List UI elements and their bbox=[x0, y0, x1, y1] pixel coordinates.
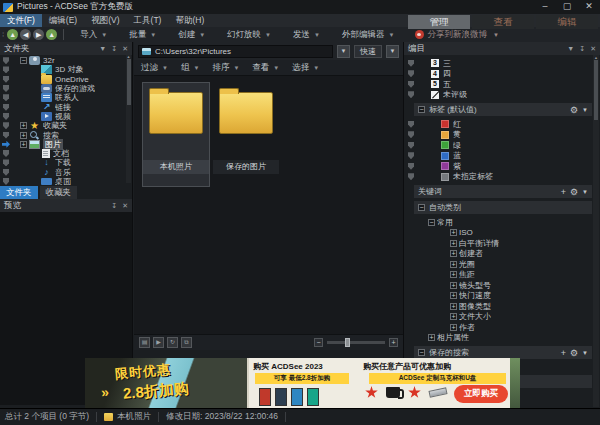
nav-back-icon[interactable]: ◀ bbox=[20, 29, 31, 40]
auto-categories-section-header[interactable]: − 自动类别 bbox=[414, 201, 592, 214]
rating-item-5[interactable]: 5五 bbox=[404, 79, 600, 90]
label-item-none[interactable]: 未指定标签 bbox=[404, 172, 600, 183]
maximize-button[interactable]: ▢ bbox=[556, 0, 578, 14]
expand-icon[interactable]: + bbox=[450, 240, 457, 247]
select-shield-icon[interactable] bbox=[408, 152, 414, 159]
stack-icon[interactable]: ⧉ bbox=[181, 337, 192, 348]
quick-search-dropdown-icon[interactable]: ▼ bbox=[386, 45, 399, 58]
view-mode-details-icon[interactable]: ▶ bbox=[153, 337, 164, 348]
tab-folders[interactable]: 文件夹 bbox=[0, 186, 38, 199]
filter-button[interactable]: 过滤▼ bbox=[141, 62, 168, 74]
pin-icon[interactable]: ↧ bbox=[579, 45, 585, 53]
buy-now-button[interactable]: 立即购买 bbox=[454, 385, 508, 403]
sort-button[interactable]: 排序▼ bbox=[212, 62, 239, 74]
view-button[interactable]: 查看▼ bbox=[252, 62, 279, 74]
label-item-blue[interactable]: 蓝 bbox=[404, 151, 600, 162]
select-shield-icon[interactable] bbox=[3, 122, 9, 129]
select-shield-icon[interactable] bbox=[3, 169, 9, 176]
group-button[interactable]: 组▼ bbox=[181, 62, 199, 74]
auto-category-aperture[interactable]: +光圈 bbox=[404, 259, 600, 270]
auto-category-image-type[interactable]: +图像类型 bbox=[404, 301, 600, 312]
slideshow-button[interactable]: 幻灯放映▼ bbox=[227, 29, 271, 41]
folder-tile-saved-pictures[interactable]: 保存的图片 bbox=[213, 83, 279, 186]
auto-category-focal-length[interactable]: +焦距 bbox=[404, 270, 600, 281]
expand-icon[interactable]: + bbox=[450, 313, 457, 320]
add-icon[interactable]: + bbox=[561, 187, 566, 197]
label-item-green[interactable]: 绿 bbox=[404, 140, 600, 151]
select-shield-icon[interactable] bbox=[408, 60, 414, 67]
tab-view[interactable]: 查看 bbox=[472, 15, 534, 29]
select-shield-icon[interactable] bbox=[408, 70, 414, 77]
rating-item-unrated[interactable]: 未评级 bbox=[404, 90, 600, 101]
select-shield-icon[interactable] bbox=[408, 142, 414, 149]
expand-icon[interactable]: + bbox=[428, 334, 435, 341]
expand-icon[interactable]: + bbox=[20, 122, 27, 129]
tree-item-3d-objects[interactable]: 3D 对象 bbox=[0, 65, 132, 74]
select-shield-icon[interactable] bbox=[408, 163, 414, 170]
import-button[interactable]: 导入▼ bbox=[80, 29, 107, 41]
rating-item-4[interactable]: 4四 bbox=[404, 69, 600, 80]
collapse-icon[interactable]: − bbox=[418, 204, 425, 211]
panel-menu-icon[interactable]: ▼ bbox=[567, 45, 574, 53]
path-input[interactable]: C:\Users\32r\Pictures bbox=[138, 45, 333, 58]
collapse-icon[interactable]: − bbox=[20, 57, 27, 64]
collapse-icon[interactable]: − bbox=[428, 219, 435, 226]
auto-category-file-size[interactable]: +文件大小 bbox=[404, 312, 600, 323]
select-shield-icon[interactable] bbox=[408, 131, 414, 138]
zoom-slider[interactable] bbox=[327, 341, 385, 344]
batch-button[interactable]: 批量▼ bbox=[129, 29, 156, 41]
external-editor-button[interactable]: 外部编辑器▼ bbox=[342, 29, 394, 41]
select-shield-icon[interactable] bbox=[3, 159, 9, 166]
collapse-icon[interactable]: − bbox=[418, 349, 425, 356]
select-shield-icon[interactable] bbox=[3, 178, 9, 185]
keywords-section-header[interactable]: 关键词 +⚙▼ bbox=[414, 185, 592, 198]
share-weibo-button[interactable]: 分享到新浪微博 ▼ bbox=[415, 29, 498, 41]
close-panel-icon[interactable]: ✕ bbox=[122, 202, 128, 210]
folder-tile-local-photos[interactable]: 本机照片 bbox=[143, 83, 209, 186]
zoom-slider-thumb[interactable] bbox=[345, 338, 350, 347]
select-shield-icon[interactable] bbox=[3, 85, 9, 92]
ad-banner[interactable]: » 限时优惠 2.8折加购 购买 ACDSee 2023 可享 最低2.8折加购… bbox=[85, 358, 520, 408]
catalog-scrollbar[interactable]: ▲ bbox=[593, 55, 599, 407]
select-shield-icon[interactable] bbox=[3, 132, 9, 139]
path-dropdown-icon[interactable]: ▼ bbox=[337, 45, 350, 58]
select-shield-icon[interactable] bbox=[3, 57, 9, 64]
menu-view[interactable]: 视图(V) bbox=[84, 14, 126, 27]
refresh-icon[interactable]: ↻ bbox=[167, 337, 178, 348]
auto-category-white-balance[interactable]: +白平衡详情 bbox=[404, 238, 600, 249]
menu-file[interactable]: 文件(F) bbox=[0, 14, 42, 27]
expand-icon[interactable]: + bbox=[450, 282, 457, 289]
auto-category-lens-model[interactable]: +镜头型号 bbox=[404, 280, 600, 291]
tab-edit[interactable]: 编辑 bbox=[536, 15, 598, 29]
tree-item-desktop[interactable]: 桌面 bbox=[0, 177, 132, 185]
close-panel-icon[interactable]: ✕ bbox=[122, 45, 128, 53]
expand-icon[interactable]: + bbox=[450, 261, 457, 268]
create-button[interactable]: 创建▼ bbox=[178, 29, 205, 41]
select-shield-icon[interactable] bbox=[3, 150, 9, 157]
tree-item-favorites[interactable]: +★收藏夹 bbox=[0, 121, 132, 130]
auto-category-creator[interactable]: +创建者 bbox=[404, 249, 600, 260]
auto-category-iso[interactable]: +ISO bbox=[404, 228, 600, 239]
expand-icon[interactable]: + bbox=[20, 141, 27, 148]
tab-favorites[interactable]: 收藏夹 bbox=[40, 186, 78, 199]
expand-icon[interactable]: + bbox=[450, 292, 457, 299]
auto-category-shutter-speed[interactable]: +快门速度 bbox=[404, 291, 600, 302]
label-item-purple[interactable]: 紫 bbox=[404, 161, 600, 172]
quick-search-button[interactable]: 快速 bbox=[354, 45, 382, 58]
select-shield-icon[interactable] bbox=[3, 76, 9, 83]
select-shield-icon[interactable] bbox=[408, 81, 414, 88]
nav-up-icon[interactable]: ▲ bbox=[46, 29, 57, 40]
menu-tools[interactable]: 工具(T) bbox=[127, 14, 169, 27]
label-item-yellow[interactable]: 黄 bbox=[404, 130, 600, 141]
select-shield-icon[interactable] bbox=[408, 91, 414, 98]
pin-icon[interactable]: ↧ bbox=[111, 45, 117, 53]
labels-section-header[interactable]: − 标签 (默认值) ⚙▼ bbox=[414, 103, 592, 116]
panel-menu-icon[interactable]: ▼ bbox=[99, 45, 106, 53]
rating-item-3[interactable]: 3三 bbox=[404, 58, 600, 69]
add-icon[interactable]: + bbox=[561, 348, 566, 358]
zoom-in-icon[interactable]: + bbox=[389, 338, 398, 347]
gear-icon[interactable]: ⚙ bbox=[570, 105, 578, 115]
expand-icon[interactable]: + bbox=[450, 229, 457, 236]
select-shield-icon[interactable] bbox=[3, 113, 9, 120]
collapse-icon[interactable]: − bbox=[418, 106, 425, 113]
